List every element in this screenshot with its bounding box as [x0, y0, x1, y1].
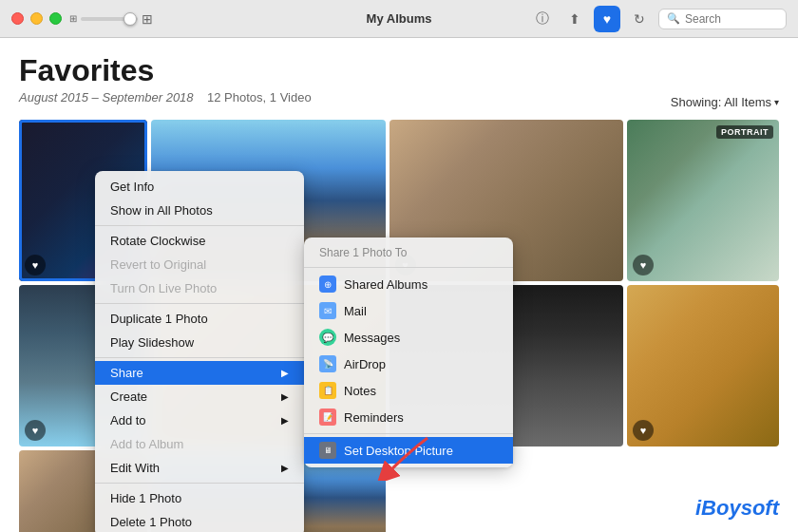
menu-item-label: Show in All Photos	[110, 203, 213, 218]
showing-label: Showing: All Items	[671, 95, 771, 109]
submenu-item-label: Reminders	[344, 410, 404, 425]
search-input[interactable]	[685, 12, 778, 26]
submenu-item-shared-albums[interactable]: ⊕ Shared Albums	[304, 271, 513, 297]
menu-item-add-to-album: Add to Album	[95, 432, 304, 456]
menu-separator	[95, 303, 304, 304]
submenu-item-messages[interactable]: 💬 Messages	[304, 324, 513, 351]
reminders-icon: 📝	[319, 408, 336, 426]
submenu-arrow-icon: ▶	[281, 368, 289, 378]
photo-cell[interactable]: ♥	[627, 285, 779, 446]
zoom-slider[interactable]	[81, 17, 138, 21]
submenu-separator	[304, 267, 513, 268]
showing-bar[interactable]: Showing: All Items ▾	[671, 95, 779, 109]
share-submenu: Share 1 Photo To ⊕ Shared Albums ✉ Mail …	[304, 238, 513, 467]
submenu-item-reminders[interactable]: 📝 Reminders	[304, 404, 513, 430]
minimize-button[interactable]	[30, 12, 43, 25]
menu-item-play-slideshow[interactable]: Play Slideshow	[95, 331, 304, 354]
menu-item-share[interactable]: Share ▶	[95, 361, 304, 385]
menu-item-turn-on-live-photo: Turn On Live Photo	[95, 276, 304, 300]
photo-cell[interactable]: PORTRAIT ♥	[627, 120, 779, 281]
submenu-item-label: Notes	[344, 384, 376, 398]
menu-separator	[95, 357, 304, 358]
submenu-item-label: AirDrop	[344, 357, 386, 371]
page-title: Favorites	[19, 53, 779, 88]
menu-item-label: Share	[110, 366, 143, 380]
submenu-arrow-icon: ▶	[281, 415, 289, 426]
menu-item-label: Get Info	[110, 180, 154, 194]
menu-item-hide-photo[interactable]: Hide 1 Photo	[95, 486, 304, 510]
submenu-item-label: Shared Albums	[344, 277, 428, 292]
submenu-item-label: Set Desktop Picture	[344, 444, 453, 458]
submenu-item-notes[interactable]: 📋 Notes	[304, 377, 513, 404]
menu-item-label: Rotate Clockwise	[110, 234, 205, 248]
traffic-lights	[11, 12, 62, 25]
window-title: My Albums	[367, 11, 432, 26]
submenu-item-label: Messages	[344, 331, 400, 345]
page-subtitle: August 2015 – September 2018 12 Photos, …	[19, 90, 779, 104]
context-menu: Get Info Show in All Photos Rotate Clock…	[95, 171, 304, 532]
titlebar: ⊞ ⊞ My Albums ⓘ ⬆ ♥ ↻ 🔍	[0, 0, 798, 38]
menu-item-rotate-clockwise[interactable]: Rotate Clockwise	[95, 229, 304, 253]
submenu-item-mail[interactable]: ✉ Mail	[304, 297, 513, 324]
zoom-icon-small: ⊞	[69, 13, 77, 24]
chevron-down-icon: ▾	[774, 97, 779, 107]
menu-item-add-to[interactable]: Add to ▶	[95, 408, 304, 432]
shared-albums-icon: ⊕	[319, 276, 336, 293]
messages-icon: 💬	[319, 329, 336, 346]
menu-separator	[95, 225, 304, 226]
menu-item-get-info[interactable]: Get Info	[95, 175, 304, 199]
menu-item-duplicate[interactable]: Duplicate 1 Photo	[95, 307, 304, 331]
iboysoft-branding: iBoysoft	[695, 496, 779, 521]
menu-item-delete-photo[interactable]: Delete 1 Photo	[95, 510, 304, 532]
heart-icon: ♥	[633, 420, 654, 441]
date-range: August 2015 – September 2018	[19, 90, 194, 104]
menu-item-label: Edit With	[110, 461, 160, 475]
rotate-button[interactable]: ↻	[626, 6, 653, 32]
favorite-button[interactable]: ♥	[594, 6, 620, 32]
submenu-item-set-desktop-picture[interactable]: 🖥 Set Desktop Picture	[304, 437, 513, 464]
menu-item-show-all-photos[interactable]: Show in All Photos	[95, 199, 304, 222]
menu-item-label: Revert to Original	[110, 257, 206, 272]
menu-item-revert-to-original: Revert to Original	[95, 253, 304, 276]
menu-item-label: Create	[110, 390, 147, 404]
notes-icon: 📋	[319, 382, 336, 399]
menu-item-label: Hide 1 Photo	[110, 491, 181, 505]
menu-separator	[95, 483, 304, 484]
submenu-item-airdrop[interactable]: 📡 AirDrop	[304, 351, 513, 377]
search-icon: 🔍	[667, 12, 680, 25]
desktop-picture-icon: 🖥	[319, 442, 336, 459]
menu-item-label: Turn On Live Photo	[110, 281, 217, 295]
submenu-header: Share 1 Photo To	[304, 241, 513, 264]
share-button[interactable]: ⬆	[561, 6, 588, 32]
airdrop-icon: 📡	[319, 355, 336, 372]
maximize-button[interactable]	[49, 12, 62, 25]
zoom-slider-container: ⊞ ⊞	[69, 11, 153, 27]
menu-item-label: Duplicate 1 Photo	[110, 312, 208, 326]
heart-icon: ♥	[25, 255, 46, 276]
heart-icon: ♥	[25, 420, 46, 441]
menu-item-edit-with[interactable]: Edit With ▶	[95, 456, 304, 480]
menu-item-label: Add to	[110, 413, 146, 428]
submenu-separator	[304, 433, 513, 434]
portrait-badge: PORTRAIT	[716, 125, 773, 139]
submenu-item-label: Mail	[344, 304, 367, 318]
photo-count: 12 Photos, 1 Video	[207, 90, 312, 104]
info-button[interactable]: ⓘ	[529, 6, 556, 32]
menu-item-create[interactable]: Create ▶	[95, 385, 304, 408]
menu-item-label: Play Slideshow	[110, 335, 194, 350]
submenu-arrow-icon: ▶	[281, 391, 289, 402]
mail-icon: ✉	[319, 302, 336, 319]
close-button[interactable]	[11, 12, 24, 25]
menu-item-label: Delete 1 Photo	[110, 515, 192, 529]
heart-icon: ♥	[633, 255, 654, 276]
main-content: Favorites August 2015 – September 2018 1…	[0, 38, 798, 532]
menu-item-label: Add to Album	[110, 437, 183, 451]
zoom-icon-large: ⊞	[142, 11, 153, 27]
submenu-arrow-icon: ▶	[281, 463, 289, 473]
search-box[interactable]: 🔍	[658, 9, 787, 29]
